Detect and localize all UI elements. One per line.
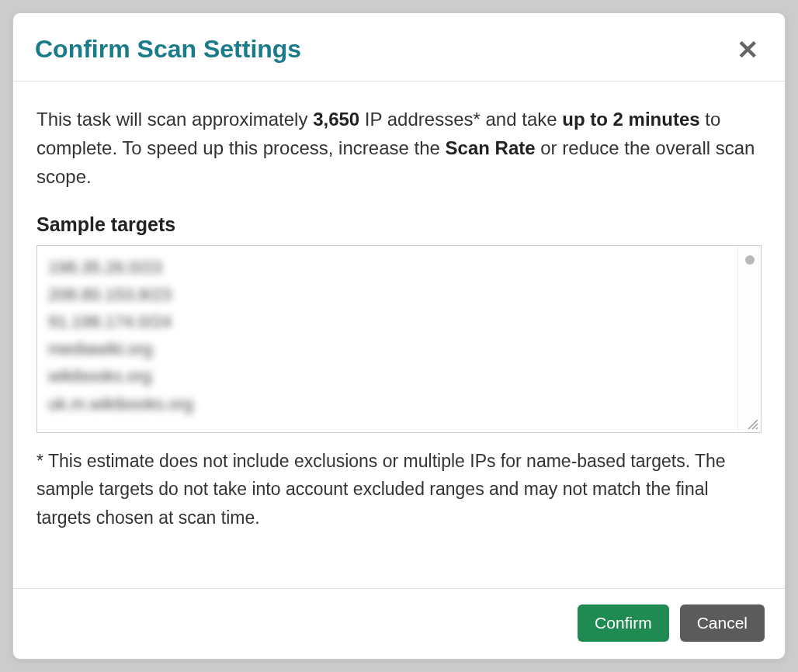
modal-title: Confirm Scan Settings (35, 35, 301, 64)
sample-targets-content: 198.35.26.0/23 208.80.153.8/23 91.198.17… (37, 246, 737, 432)
sample-targets-box[interactable]: 198.35.26.0/23 208.80.153.8/23 91.198.17… (36, 245, 762, 433)
sample-target-row: 198.35.26.0/23 (48, 254, 727, 281)
sample-target-row: uk.m.wikibooks.org (48, 390, 727, 417)
modal-header: Confirm Scan Settings ✕ (13, 13, 785, 81)
sample-target-row: mediawiki.org (48, 335, 727, 362)
cancel-button[interactable]: Cancel (680, 604, 765, 642)
ip-count: 3,650 (313, 109, 359, 130)
estimate-footnote: * This estimate does not include exclusi… (36, 447, 762, 532)
modal-footer: Confirm Cancel (13, 588, 785, 659)
scan-description: This task will scan approximately 3,650 … (36, 105, 762, 192)
desc-mid1: IP addresses* and take (359, 109, 562, 130)
resize-handle-icon (745, 417, 759, 431)
svg-line-1 (752, 424, 758, 429)
scrollbar-track[interactable] (737, 246, 761, 432)
confirm-button[interactable]: Confirm (578, 604, 669, 642)
close-icon: ✕ (737, 35, 758, 64)
confirm-scan-settings-modal: Confirm Scan Settings ✕ This task will s… (12, 12, 786, 660)
scrollbar-thumb[interactable] (745, 255, 755, 265)
close-button[interactable]: ✕ (732, 36, 763, 63)
sample-target-row: wikibooks.org (48, 362, 727, 390)
scan-duration: up to 2 minutes (562, 109, 699, 130)
svg-line-0 (748, 420, 758, 429)
sample-target-row: 208.80.153.8/23 (48, 281, 727, 308)
sample-target-row: 91.198.174.0/24 (48, 308, 727, 335)
scan-rate-label: Scan Rate (446, 137, 536, 158)
desc-pre: This task will scan approximately (36, 109, 313, 130)
svg-line-2 (756, 428, 758, 429)
modal-body: This task will scan approximately 3,650 … (13, 81, 785, 588)
sample-targets-heading: Sample targets (36, 213, 762, 236)
